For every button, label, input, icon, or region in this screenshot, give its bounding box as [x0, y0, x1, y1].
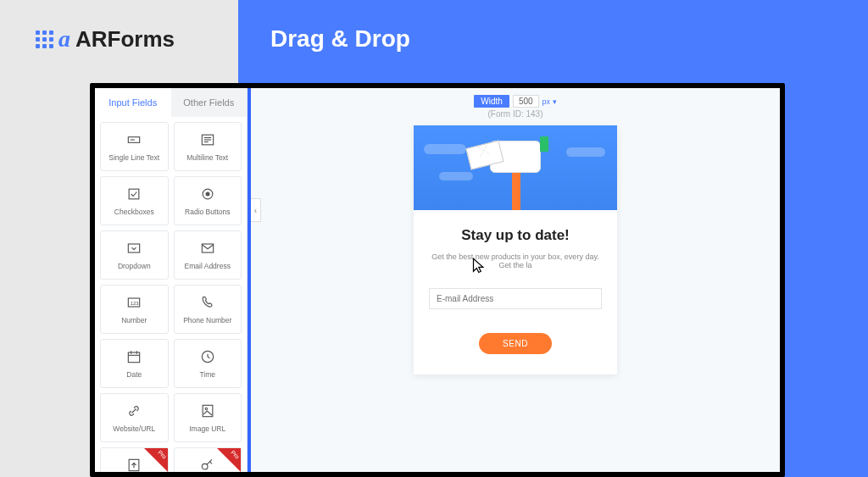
send-button[interactable]: SEND [479, 333, 552, 354]
form-canvas[interactable]: Width 500 px ▾ (Form ID: 143) Stay up to… [251, 88, 780, 472]
form-hero-image [414, 125, 617, 210]
brand-logo: a ARForms [36, 25, 175, 53]
field-label: Phone Number [183, 317, 231, 324]
field-phone[interactable]: Phone Number [174, 285, 242, 334]
text-line-icon [125, 130, 143, 149]
email-icon [198, 239, 217, 258]
dropdown-icon [125, 239, 143, 258]
brand-a-icon: a [58, 25, 70, 53]
field-radio[interactable]: Radio Buttons [174, 176, 242, 225]
checkbox-icon [125, 185, 143, 203]
svg-point-19 [205, 408, 208, 411]
svg-point-8 [205, 192, 209, 197]
svg-point-22 [202, 464, 208, 470]
svg-rect-10 [202, 244, 213, 252]
field-date[interactable]: Date [100, 339, 169, 388]
key-icon [198, 456, 217, 472]
width-unit-select[interactable]: px ▾ [542, 97, 557, 106]
field-number[interactable]: 123Number [100, 285, 169, 334]
form-title: Stay up to date! [429, 227, 602, 244]
pro-badge [144, 448, 168, 472]
width-control: Width 500 px ▾ [474, 95, 556, 108]
brand-dots-icon [36, 31, 53, 48]
brand-name: ARForms [75, 26, 175, 53]
field-upload[interactable]: File Upload [100, 447, 169, 472]
clock-icon [198, 347, 217, 366]
radio-icon [198, 185, 217, 203]
number-icon: 123 [125, 293, 143, 312]
field-multiline[interactable]: Multiline Text [174, 122, 242, 171]
svg-line-23 [207, 460, 212, 465]
field-label: Single Line Text [108, 154, 159, 162]
text-multi-icon [198, 130, 217, 149]
field-label: Checkboxes [114, 208, 154, 216]
banner-title: Drag & Drop [270, 25, 868, 53]
svg-line-24 [209, 462, 212, 464]
image-icon [198, 402, 217, 420]
field-single-line[interactable]: Single Line Text [100, 122, 169, 171]
field-password[interactable]: Password [174, 447, 242, 472]
svg-rect-13 [129, 352, 140, 363]
field-label: Image URL [189, 425, 225, 433]
field-label: Number [121, 317, 147, 324]
svg-rect-6 [129, 189, 139, 199]
tab-input-fields[interactable]: Input Fields [95, 88, 171, 117]
field-image-url[interactable]: Image URL [174, 393, 242, 442]
field-dropdown[interactable]: Dropdown [100, 230, 169, 280]
upload-icon [125, 456, 143, 472]
field-label: Multiline Text [186, 154, 228, 162]
pro-badge [217, 448, 241, 472]
width-input[interactable]: 500 [513, 95, 539, 108]
link-icon [125, 402, 143, 420]
tab-other-fields[interactable]: Other Fields [171, 88, 248, 117]
field-palette: Input Fields Other Fields Single Line Te… [95, 88, 248, 472]
field-label: Time [199, 371, 215, 379]
field-label: Email Address [185, 263, 231, 270]
field-email[interactable]: Email Address [174, 230, 242, 280]
phone-icon [198, 293, 217, 312]
svg-rect-9 [129, 244, 140, 252]
form-id-label: (Form ID: 143) [487, 109, 542, 119]
width-label: Width [474, 95, 509, 108]
field-time[interactable]: Time [174, 339, 242, 388]
svg-text:123: 123 [131, 301, 139, 306]
form-subtitle: Get the best new products in your box, e… [429, 252, 602, 269]
email-field[interactable] [429, 288, 602, 309]
field-label: Dropdown [118, 263, 151, 270]
form-preview[interactable]: Stay up to date! Get the best new produc… [414, 125, 617, 374]
field-checkboxes[interactable]: Checkboxes [100, 176, 169, 225]
calendar-icon [125, 347, 143, 366]
field-url[interactable]: Website/URL [100, 393, 169, 442]
field-label: Date [126, 371, 142, 379]
field-label: Website/URL [113, 425, 155, 433]
field-label: Radio Buttons [185, 208, 230, 216]
app-window: Input Fields Other Fields Single Line Te… [90, 83, 785, 477]
